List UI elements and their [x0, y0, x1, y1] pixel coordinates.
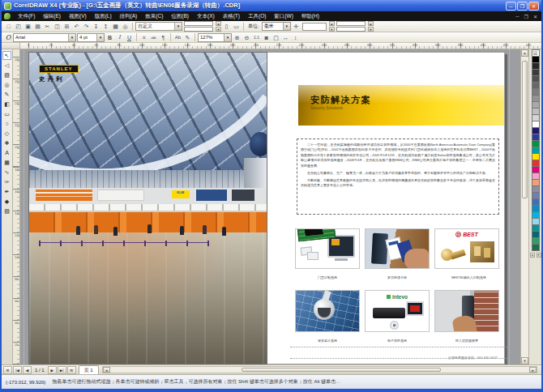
ruler-origin-box[interactable] — [2, 43, 20, 49]
color-swatch[interactable] — [532, 244, 540, 251]
bold-button[interactable]: B — [105, 33, 114, 42]
menu-item[interactable]: 帮助(H) — [297, 11, 323, 21]
paper-size-spinner[interactable]: ▲▼ — [216, 21, 221, 32]
document-close-button[interactable]: ✕ — [531, 14, 540, 19]
menu-item[interactable]: 视图(V) — [65, 11, 91, 21]
font-size-combo[interactable]: 4 pt▼ — [77, 33, 105, 42]
save-button[interactable]: ▣ — [24, 22, 32, 31]
menu-item[interactable]: 工具(O) — [244, 11, 270, 21]
chevron-down-icon[interactable]: ▼ — [174, 23, 182, 30]
product-cell-best-locks[interactable]: P BEST BEST机械出入控制系统 — [434, 228, 499, 278]
cut-button[interactable]: ✂ — [43, 22, 52, 31]
minimize-button[interactable]: ─ — [506, 2, 516, 11]
underline-button[interactable]: U — [125, 33, 134, 42]
zoom-width-button[interactable]: ↔ — [281, 33, 290, 42]
open-button[interactable]: ◰ — [14, 22, 23, 31]
outline-tool[interactable]: ✒ — [2, 187, 11, 196]
scroll-down-arrow[interactable]: ▼ — [521, 357, 528, 364]
zoom-tool[interactable]: ◎ — [2, 80, 11, 89]
horizontal-scroll-thumb[interactable] — [242, 368, 441, 372]
menu-item[interactable]: 效果(C) — [141, 11, 167, 21]
product-cell-intrusion-device[interactable]: 防入侵探测装置 — [434, 290, 499, 341]
corel-online-button[interactable]: ◎ — [121, 22, 130, 31]
smart-fill-tool[interactable]: ◧ — [2, 100, 11, 109]
last-page-button[interactable]: ▶| — [58, 366, 66, 374]
fill-tool[interactable]: ◆ — [2, 197, 11, 206]
right-page[interactable]: 安防解决方案 Security Solutions 二十一世纪初，史丹利实施新的… — [267, 52, 505, 364]
body-text-frame[interactable]: 二十一世纪初，史丹利实施新的战略转移并成功涉足安防领域，从2000年在美国收购N… — [297, 138, 499, 215]
scroll-left-arrow[interactable]: ◄ — [103, 367, 110, 373]
duplicate-x-field[interactable]: 6.35 mm — [336, 21, 366, 26]
character-formatting-button[interactable]: Ab — [173, 33, 182, 42]
eyedropper-tool[interactable]: ✑ — [2, 177, 11, 186]
export-button[interactable]: ↥ — [101, 22, 110, 31]
interactive-fill-tool[interactable]: ▧ — [2, 207, 11, 215]
zoom-in-button[interactable]: ⊕ — [233, 33, 242, 42]
yellow-heading-banner[interactable]: 安防解决方案 Security Solutions — [298, 85, 504, 126]
paper-height-field[interactable]: 285.0 mm — [184, 27, 213, 32]
close-button[interactable]: ✕ — [528, 2, 539, 11]
drawing-canvas[interactable]: KLM STANLEY 史丹利 — [20, 49, 520, 364]
crop-tool[interactable]: ▨ — [2, 70, 11, 79]
title-bar[interactable]: CorelDRAW X4 (专业版) - [G:\五金画册（英文）转曲\EN06… — [2, 0, 541, 11]
font-name-combo[interactable]: Arial▼ — [13, 33, 76, 42]
duplicate-spinner[interactable]: ▲▼ — [368, 21, 374, 32]
palette-expand-arrow[interactable]: ◄ — [530, 253, 535, 258]
product-cell-electronic-security[interactable]: intevo 电子安防系统 — [365, 290, 430, 341]
basic-shapes-tool[interactable]: ❖ — [2, 138, 11, 147]
menu-item[interactable]: 版面(L) — [91, 11, 116, 21]
paste-button[interactable]: ⊞ — [62, 22, 71, 31]
ellipse-tool[interactable]: ○ — [2, 119, 11, 128]
menu-item[interactable]: 窗口(W) — [270, 11, 297, 21]
menu-item[interactable]: 位图(B) — [167, 11, 193, 21]
product-cell-access-control[interactable]: 门禁控制系统 — [295, 228, 360, 278]
horizontal-scrollbar[interactable]: ◄ ► — [102, 366, 537, 373]
polygon-tool[interactable]: ◇ — [2, 129, 11, 138]
table-tool[interactable]: ▦ — [2, 158, 11, 167]
document-restore-button[interactable]: ❐ — [522, 14, 531, 19]
redo-button[interactable]: ↷ — [82, 22, 91, 31]
landscape-button[interactable]: ▭ — [232, 22, 241, 31]
product-cell-surveillance[interactable]: 保安监控系统 — [295, 290, 360, 341]
first-page-button[interactable]: |◀ — [13, 366, 22, 374]
menu-item[interactable]: 文本(X) — [193, 11, 219, 21]
chevron-down-icon[interactable]: ▼ — [283, 23, 290, 30]
chevron-down-icon[interactable]: ▼ — [68, 34, 75, 41]
freehand-tool[interactable]: ✎ — [2, 90, 11, 99]
menu-item[interactable]: 编辑(E) — [39, 11, 65, 21]
zoom-height-button[interactable]: ↕ — [291, 33, 300, 42]
undo-button[interactable]: ↶ — [72, 22, 81, 31]
prev-page-button[interactable]: ◀ — [23, 366, 32, 374]
rectangle-tool[interactable]: ▭ — [2, 109, 11, 118]
add-page-button[interactable]: ⊞ — [67, 366, 76, 374]
palette-scroll-arrow[interactable]: ▼ — [537, 253, 541, 258]
blend-tool[interactable]: ∿ — [2, 168, 11, 177]
vertical-scroll-thumb[interactable] — [522, 61, 528, 198]
bullet-list-button[interactable]: ≔ — [149, 33, 158, 42]
page-sorter-button[interactable]: ⊞ — [3, 366, 12, 374]
drop-cap-button[interactable]: ¶ — [159, 33, 168, 42]
horizontal-ruler-track[interactable]: 0204060801001201401601802002202402602803… — [20, 43, 541, 49]
menu-item[interactable]: 文件(F) — [14, 11, 39, 21]
text-alignment-button[interactable]: ≡ — [139, 33, 148, 42]
text-tool[interactable]: A — [2, 148, 11, 157]
shape-tool[interactable]: ◁ — [2, 61, 11, 70]
zoom-selected-button[interactable]: ◙ — [262, 33, 271, 42]
document-minimize-button[interactable]: ─ — [513, 14, 521, 19]
copy-button[interactable]: ◫ — [53, 22, 62, 31]
chevron-down-icon[interactable]: ▼ — [224, 34, 231, 41]
import-button[interactable]: ↧ — [92, 22, 100, 31]
maximize-button[interactable]: ❐ — [517, 2, 528, 11]
paper-type-combo[interactable]: 自定义▼ — [135, 22, 182, 31]
units-combo[interactable]: 毫米▼ — [262, 22, 291, 31]
product-cell-card-reader[interactable]: 多功能读卡器 — [365, 228, 430, 278]
next-page-button[interactable]: ▶ — [48, 366, 57, 374]
zoom-out-button[interactable]: ⊖ — [242, 33, 251, 42]
menu-item[interactable]: 排列(A) — [116, 11, 142, 21]
nudge-offset-field[interactable]: 3.0 mm — [302, 23, 327, 31]
menu-item[interactable]: 表格(T) — [219, 11, 244, 21]
italic-button[interactable]: I — [115, 33, 124, 42]
scroll-right-arrow[interactable]: ► — [529, 367, 537, 373]
left-page-photo[interactable]: KLM STANLEY 史丹利 — [28, 52, 267, 364]
paper-width-field[interactable]: 420.0 mm — [184, 21, 213, 26]
